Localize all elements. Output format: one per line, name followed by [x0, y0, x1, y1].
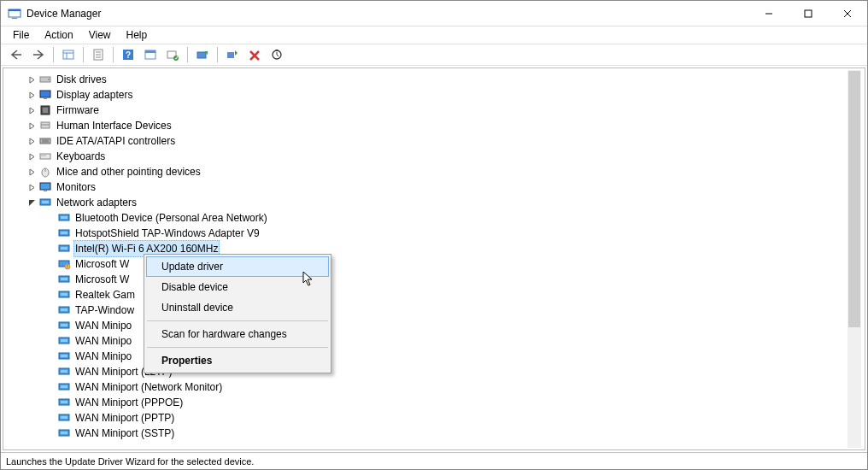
action-icon[interactable] [140, 45, 161, 64]
tree-category[interactable]: Human Interface Devices [5, 118, 863, 133]
forward-icon[interactable] [28, 45, 49, 64]
context-item-uninstall-device[interactable]: Uninstall device [146, 297, 329, 318]
tree-device[interactable]: !Microsoft W [5, 256, 863, 272]
mouse-icon [38, 165, 52, 179]
tree-device[interactable]: WAN Miniport (SSTP) [5, 426, 863, 441]
svg-rect-45 [61, 216, 67, 219]
menu-file[interactable]: File [6, 27, 36, 43]
context-item-disable-device[interactable]: Disable device [146, 277, 329, 297]
close-button[interactable] [828, 1, 867, 26]
scan-icon[interactable] [162, 45, 183, 64]
enable-icon[interactable] [222, 45, 243, 64]
svg-rect-31 [40, 138, 50, 144]
tree-device[interactable]: Intel(R) Wi-Fi 6 AX200 160MHz [5, 241, 863, 256]
context-menu: Update driverDisable deviceUninstall dev… [144, 254, 331, 373]
tree-label: Microsoft W [73, 272, 131, 287]
svg-rect-7 [63, 50, 73, 59]
tree-device[interactable]: HotspotShield TAP-Windows Adapter V9 [5, 226, 863, 241]
tree-label: WAN Minipo [73, 333, 133, 349]
tree-device[interactable]: Microsoft W [5, 272, 863, 287]
tree-device[interactable]: Bluetooth Device (Personal Area Network) [5, 210, 863, 226]
scan-hardware-icon[interactable] [267, 45, 287, 64]
device-tree[interactable]: Disk drivesDisplay adaptersFirmwareHuman… [3, 68, 865, 450]
titlebar: Device Manager [1, 1, 867, 26]
tree-device[interactable]: WAN Minipo [5, 318, 863, 333]
window-title: Device Manager [26, 8, 749, 20]
update-driver-icon[interactable] [192, 45, 213, 64]
net-icon [57, 273, 71, 286]
back-icon[interactable] [6, 45, 26, 64]
show-hidden-icon[interactable] [58, 45, 79, 64]
tree-label: WAN Miniport (PPTP) [73, 410, 176, 426]
tree-label: HotspotShield TAP-Windows Adapter V9 [73, 226, 261, 241]
tree-category[interactable]: IDE ATA/ATAPI controllers [5, 133, 863, 149]
svg-rect-70 [61, 401, 67, 403]
tree-device[interactable]: WAN Miniport (PPTP) [5, 410, 863, 426]
toolbar: ? [1, 44, 867, 66]
net-icon [57, 319, 71, 332]
chevron-right-icon [26, 122, 38, 130]
tree-category[interactable]: Display adapters [5, 87, 863, 103]
tree-category[interactable]: Firmware [5, 103, 863, 118]
tree-label: WAN Miniport (PPPOE) [73, 395, 185, 410]
tree-label: Disk drives [55, 72, 108, 87]
tree-device[interactable]: WAN Miniport (L2TP) [5, 364, 863, 379]
maximize-button[interactable] [789, 1, 828, 26]
chevron-down-icon[interactable] [26, 199, 38, 207]
tree-device[interactable]: WAN Minipo [5, 349, 863, 364]
tree-device[interactable]: Realtek Gam [5, 287, 863, 303]
tree-device[interactable]: TAP-Window [5, 303, 863, 318]
tree-category[interactable]: Network adapters [5, 195, 863, 210]
svg-point-35 [42, 156, 43, 156]
tree-label: WAN Minipo [73, 349, 133, 364]
tree-label: TAP-Window [73, 303, 136, 318]
net-icon [57, 380, 71, 394]
svg-point-37 [45, 156, 46, 156]
scrollbar-thumb[interactable] [848, 71, 860, 327]
context-item-update-driver[interactable]: Update driver [146, 256, 329, 277]
svg-point-36 [44, 156, 44, 156]
ide-icon [38, 134, 52, 148]
menu-view[interactable]: View [82, 27, 118, 43]
tree-category[interactable]: Disk drives [5, 72, 863, 87]
net-icon [57, 303, 71, 317]
chevron-right-icon [26, 76, 38, 84]
tree-label: Keyboards [55, 149, 107, 164]
keyboard-icon [38, 150, 52, 163]
svg-rect-60 [61, 324, 67, 326]
toolbar-separator [217, 47, 218, 62]
svg-rect-58 [61, 308, 67, 311]
network-icon [38, 196, 52, 209]
properties-icon[interactable] [88, 45, 108, 64]
svg-rect-17 [145, 50, 155, 53]
minimize-button[interactable] [749, 1, 789, 26]
display-icon [38, 88, 52, 102]
uninstall-icon[interactable] [244, 45, 265, 64]
tree-device[interactable]: WAN Miniport (PPPOE) [5, 395, 863, 410]
chevron-right-icon [26, 138, 38, 145]
tree-category[interactable]: Keyboards [5, 149, 863, 164]
tree-device[interactable]: WAN Minipo [5, 333, 863, 349]
context-item-properties[interactable]: Properties [146, 350, 329, 371]
svg-rect-56 [61, 293, 67, 296]
tree-device[interactable]: WAN Miniport (Network Monitor) [5, 379, 863, 395]
tree-scrollbar[interactable] [847, 70, 861, 448]
svg-rect-74 [61, 432, 67, 434]
menu-action[interactable]: Action [38, 27, 79, 43]
menu-separator [147, 320, 328, 321]
context-item-scan-for-hardware-changes[interactable]: Scan for hardware changes [146, 324, 329, 344]
menu-help[interactable]: Help [120, 27, 155, 43]
tree-label: Firmware [55, 103, 101, 118]
tree-label: WAN Minipo [73, 318, 133, 333]
svg-rect-1 [9, 9, 21, 11]
chevron-right-icon [26, 168, 38, 176]
net-icon [57, 288, 71, 302]
svg-rect-25 [40, 91, 50, 97]
svg-rect-43 [42, 201, 49, 203]
tree-category[interactable]: Monitors [5, 179, 863, 195]
monitor-icon [38, 180, 52, 194]
help-icon[interactable]: ? [118, 45, 138, 64]
tree-category[interactable]: Mice and other pointing devices [5, 164, 863, 179]
net-icon [57, 396, 71, 409]
net-icon [57, 350, 71, 363]
